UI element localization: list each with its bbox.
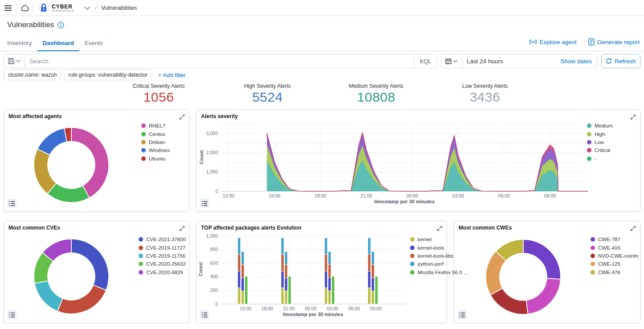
legend-toggle-button[interactable] bbox=[200, 199, 209, 208]
legend-item[interactable]: CVE-2020-6829 bbox=[139, 268, 186, 276]
donut-slice-CVE-2019-11756[interactable] bbox=[34, 281, 62, 311]
donut-slice-CVE-2019-11727[interactable] bbox=[57, 285, 106, 314]
bar-segment-kernel[interactable] bbox=[281, 288, 284, 304]
legend-item[interactable]: Centos bbox=[141, 130, 170, 138]
expand-panel-button[interactable] bbox=[436, 225, 443, 232]
legend-item[interactable]: Critical bbox=[587, 146, 613, 154]
legend-item[interactable]: Ubuntu bbox=[141, 155, 170, 163]
tab-inventory[interactable]: Inventory bbox=[2, 36, 37, 51]
filter-pill[interactable]: rule.groups: vulnerability-detector bbox=[64, 70, 152, 80]
bar-segment-Mozilla Firefox 56.0 ...[interactable] bbox=[332, 276, 334, 304]
expand-panel-button[interactable] bbox=[629, 225, 636, 232]
legend-item[interactable]: NVD-CWE-noinfo bbox=[591, 252, 638, 260]
bar-segment-kernel-tools-libs[interactable] bbox=[281, 254, 284, 271]
bar-segment-kernel[interactable] bbox=[285, 291, 287, 304]
legend-item[interactable]: Mozilla Firefox 56.0 ... bbox=[410, 268, 468, 276]
legend-toggle-button[interactable] bbox=[8, 310, 16, 319]
legend-item[interactable]: kernel-tools bbox=[410, 243, 468, 251]
info-icon[interactable] bbox=[57, 22, 64, 29]
filter-pill[interactable]: cluster.name: wazuh bbox=[4, 70, 61, 80]
bar-segment-python-perf[interactable] bbox=[372, 251, 374, 264]
home-icon[interactable] bbox=[21, 4, 29, 12]
legend-item[interactable]: Windows bbox=[141, 146, 170, 154]
bar-segment-kernel[interactable] bbox=[324, 288, 327, 304]
legend-item[interactable]: CWE-416 bbox=[591, 243, 638, 251]
bar-segment-kernel[interactable] bbox=[242, 291, 244, 304]
donut-slice-Debian[interactable] bbox=[34, 149, 56, 193]
explore-agent-button[interactable]: Explore agent bbox=[529, 38, 576, 45]
tab-events[interactable]: Events bbox=[79, 36, 108, 51]
chart-legend: CWE-787CWE-416NVD-CWE-noinfoCWE-125CWE-4… bbox=[591, 235, 638, 276]
bar-segment-kernel-tools[interactable] bbox=[242, 278, 244, 291]
bar-segment-python-perf[interactable] bbox=[324, 238, 327, 255]
bar-segment-kernel-tools[interactable] bbox=[372, 278, 374, 291]
legend-item[interactable]: - bbox=[587, 155, 613, 163]
bar-segment-python-perf[interactable] bbox=[281, 238, 284, 255]
bar-segment-kernel[interactable] bbox=[372, 291, 374, 304]
legend-item[interactable]: python-perf bbox=[410, 260, 468, 268]
legend-item[interactable]: RHEL7 bbox=[141, 122, 170, 130]
bar-segment-kernel-tools[interactable] bbox=[368, 271, 371, 288]
bar-segment-python-perf[interactable] bbox=[368, 238, 371, 255]
bar-segment-python-perf[interactable] bbox=[285, 251, 287, 264]
legend-item[interactable]: Low bbox=[587, 138, 613, 146]
time-range-value[interactable]: Last 24 hours bbox=[462, 58, 555, 65]
legend-item[interactable]: CVE-2019-11756 bbox=[139, 252, 186, 260]
menu-icon[interactable] bbox=[4, 5, 12, 11]
legend-item[interactable]: High bbox=[587, 130, 613, 138]
legend-toggle-button[interactable] bbox=[200, 310, 209, 319]
generate-report-button[interactable]: Generate report bbox=[588, 38, 640, 45]
legend-item[interactable]: kernel bbox=[410, 235, 468, 243]
legend-toggle-button[interactable] bbox=[458, 310, 467, 319]
legend-item[interactable]: CWE-787 bbox=[591, 235, 638, 243]
legend-item[interactable]: CWE-125 bbox=[591, 260, 638, 268]
bar-segment-kernel-tools-libs[interactable] bbox=[242, 264, 244, 278]
chevron-down-icon[interactable] bbox=[84, 6, 90, 10]
bar-segment-python-perf[interactable] bbox=[328, 251, 331, 264]
search-input[interactable] bbox=[25, 58, 414, 65]
bar-segment-kernel[interactable] bbox=[238, 288, 241, 304]
legend-item[interactable]: kernel-tools-libs bbox=[410, 252, 468, 260]
bar-segment-kernel[interactable] bbox=[328, 291, 331, 304]
legend-item[interactable]: Debian bbox=[141, 138, 170, 146]
legend-toggle-button[interactable] bbox=[8, 199, 16, 208]
tab-dashboard[interactable]: Dashboard bbox=[37, 36, 80, 51]
refresh-button[interactable]: Refresh bbox=[601, 54, 640, 68]
bar-segment-kernel-tools[interactable] bbox=[328, 278, 331, 291]
expand-panel-button[interactable] bbox=[178, 225, 185, 232]
bar-segment-kernel-tools[interactable] bbox=[281, 271, 284, 288]
saved-queries-button[interactable] bbox=[4, 54, 25, 68]
donut-slice-Windows[interactable] bbox=[37, 128, 67, 155]
bar-segment-kernel-tools-libs[interactable] bbox=[368, 254, 371, 271]
show-dates-button[interactable]: Show dates bbox=[555, 58, 597, 65]
legend-item[interactable]: CVE-2021-37600 bbox=[139, 235, 186, 243]
bar-segment-kernel-tools-libs[interactable] bbox=[285, 264, 287, 278]
bar-segment-kernel-tools[interactable] bbox=[324, 271, 327, 288]
bar-segment-kernel-tools-libs[interactable] bbox=[328, 264, 331, 278]
donut-slice-CWE-787[interactable] bbox=[523, 239, 561, 279]
bar-segment-kernel-tools-libs[interactable] bbox=[372, 264, 374, 278]
legend-item[interactable]: CWE-476 bbox=[591, 268, 638, 276]
expand-panel-button[interactable] bbox=[178, 113, 185, 120]
donut-slice-CWE-416[interactable] bbox=[526, 278, 561, 314]
bar-segment-python-perf[interactable] bbox=[238, 238, 241, 255]
bar-segment-kernel-tools[interactable] bbox=[285, 278, 287, 291]
legend-item[interactable]: CVE-2020-25632 bbox=[139, 260, 186, 268]
legend-item[interactable]: Medium bbox=[587, 122, 613, 130]
bar-segment-Mozilla Firefox 56.0 ...[interactable] bbox=[375, 276, 378, 304]
kql-button[interactable]: KQL bbox=[414, 54, 437, 68]
bar-segment-Mozilla Firefox 56.0 ...[interactable] bbox=[245, 276, 248, 304]
bar-segment-kernel[interactable] bbox=[368, 288, 371, 304]
donut-slice-CVE-2021-37600[interactable] bbox=[71, 239, 109, 290]
bar-segment-python-perf[interactable] bbox=[242, 251, 244, 264]
legend-item[interactable]: CVE-2019-11727 bbox=[139, 243, 186, 251]
bar-segment-Mozilla Firefox 56.0 ...[interactable] bbox=[288, 276, 291, 304]
bar-segment-kernel-tools-libs[interactable] bbox=[324, 254, 327, 271]
bar-segment-kernel-tools[interactable] bbox=[238, 271, 241, 288]
cyber-stronghold-logo[interactable]: CYBER STRONGHOLD bbox=[38, 3, 74, 13]
bar-segment-kernel-tools-libs[interactable] bbox=[238, 254, 241, 271]
add-filter-button[interactable]: + Add filter bbox=[158, 72, 186, 78]
expand-panel-button[interactable] bbox=[629, 113, 636, 120]
donut-slice-RHEL7[interactable] bbox=[71, 127, 109, 198]
calendar-button[interactable] bbox=[441, 54, 462, 68]
